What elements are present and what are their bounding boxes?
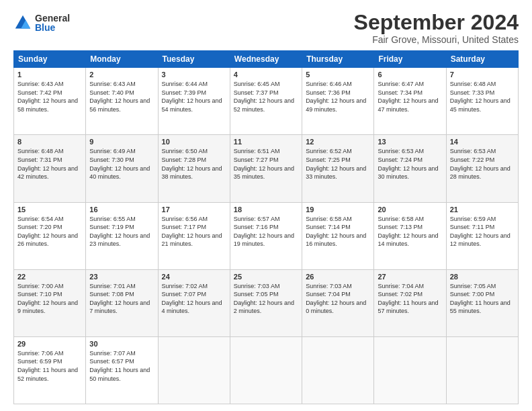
- day-info: Sunrise: 7:02 AMSunset: 7:07 PMDaylight:…: [162, 282, 226, 316]
- day-number: 23: [89, 273, 154, 281]
- day-info: Sunrise: 6:51 AMSunset: 7:27 PMDaylight:…: [234, 147, 298, 181]
- header-row: SundayMondayTuesdayWednesdayThursdayFrid…: [14, 51, 519, 68]
- day-number: 11: [234, 138, 298, 146]
- day-cell: 8 Sunrise: 6:48 AMSunset: 7:31 PMDayligh…: [14, 135, 86, 202]
- day-number: 17: [162, 205, 226, 214]
- day-cell: 25 Sunrise: 7:03 AMSunset: 7:05 PMDaylig…: [230, 269, 302, 336]
- day-info: Sunrise: 6:46 AMSunset: 7:36 PMDaylight:…: [306, 80, 370, 113]
- logo-blue: Blue: [35, 23, 70, 32]
- day-number: 27: [378, 273, 442, 281]
- header: General Blue September 2024 Fair Grove, …: [13, 11, 519, 45]
- day-info: Sunrise: 6:55 AMSunset: 7:19 PMDaylight:…: [89, 215, 154, 248]
- day-info: Sunrise: 6:58 AMSunset: 7:14 PMDaylight:…: [306, 215, 370, 248]
- day-cell: 5 Sunrise: 6:46 AMSunset: 7:36 PMDayligh…: [302, 68, 374, 135]
- day-cell: 13 Sunrise: 6:53 AMSunset: 7:24 PMDaylig…: [374, 135, 446, 202]
- week-row-3: 15 Sunrise: 6:54 AMSunset: 7:20 PMDaylig…: [14, 202, 519, 269]
- day-number: 5: [306, 71, 370, 79]
- day-info: Sunrise: 6:44 AMSunset: 7:39 PMDaylight:…: [162, 80, 226, 113]
- col-header-sunday: Sunday: [14, 51, 86, 68]
- logo-text: General Blue: [35, 13, 70, 32]
- col-header-saturday: Saturday: [446, 51, 518, 68]
- day-info: Sunrise: 6:57 AMSunset: 7:16 PMDaylight:…: [234, 215, 298, 248]
- day-cell: 26 Sunrise: 7:03 AMSunset: 7:04 PMDaylig…: [302, 269, 374, 336]
- day-info: Sunrise: 7:00 AMSunset: 7:10 PMDaylight:…: [17, 282, 82, 316]
- day-info: Sunrise: 6:53 AMSunset: 7:22 PMDaylight:…: [450, 147, 515, 181]
- location: Fair Grove, Missouri, United States: [354, 34, 519, 45]
- day-cell: 27 Sunrise: 7:04 AMSunset: 7:02 PMDaylig…: [374, 269, 446, 336]
- week-row-1: 1 Sunrise: 6:43 AMSunset: 7:42 PMDayligh…: [14, 68, 519, 135]
- day-info: Sunrise: 7:04 AMSunset: 7:02 PMDaylight:…: [378, 282, 442, 316]
- logo-icon: [13, 13, 32, 32]
- day-cell: 28 Sunrise: 7:05 AMSunset: 7:00 PMDaylig…: [446, 269, 518, 336]
- day-number: 18: [234, 205, 298, 214]
- day-cell: 20 Sunrise: 6:58 AMSunset: 7:13 PMDaylig…: [374, 202, 446, 269]
- day-cell: [158, 336, 230, 404]
- day-number: 14: [450, 138, 515, 146]
- day-info: Sunrise: 6:52 AMSunset: 7:25 PMDaylight:…: [306, 147, 370, 181]
- day-cell: 18 Sunrise: 6:57 AMSunset: 7:16 PMDaylig…: [230, 202, 302, 269]
- day-info: Sunrise: 6:43 AMSunset: 7:40 PMDaylight:…: [89, 80, 154, 113]
- day-info: Sunrise: 6:45 AMSunset: 7:37 PMDaylight:…: [234, 80, 298, 113]
- day-cell: 24 Sunrise: 7:02 AMSunset: 7:07 PMDaylig…: [158, 269, 230, 336]
- day-cell: [230, 336, 302, 404]
- day-number: 3: [162, 71, 226, 79]
- col-header-tuesday: Tuesday: [158, 51, 230, 68]
- day-number: 19: [306, 205, 370, 214]
- col-header-wednesday: Wednesday: [230, 51, 302, 68]
- col-header-thursday: Thursday: [302, 51, 374, 68]
- title-block: September 2024 Fair Grove, Missouri, Uni…: [354, 11, 519, 45]
- month-title: September 2024: [354, 11, 519, 34]
- day-cell: 7 Sunrise: 6:48 AMSunset: 7:33 PMDayligh…: [446, 68, 518, 135]
- logo: General Blue: [13, 13, 70, 32]
- calendar-page: General Blue September 2024 Fair Grove, …: [0, 0, 532, 411]
- day-number: 25: [234, 273, 298, 281]
- day-number: 20: [378, 205, 442, 214]
- day-info: Sunrise: 6:56 AMSunset: 7:17 PMDaylight:…: [162, 215, 226, 248]
- day-cell: 14 Sunrise: 6:53 AMSunset: 7:22 PMDaylig…: [446, 135, 518, 202]
- day-number: 6: [378, 71, 442, 79]
- day-number: 28: [450, 273, 515, 281]
- day-number: 2: [89, 71, 154, 79]
- day-info: Sunrise: 6:48 AMSunset: 7:33 PMDaylight:…: [450, 80, 515, 113]
- day-cell: 15 Sunrise: 6:54 AMSunset: 7:20 PMDaylig…: [14, 202, 86, 269]
- day-cell: 3 Sunrise: 6:44 AMSunset: 7:39 PMDayligh…: [158, 68, 230, 135]
- day-number: 13: [378, 138, 442, 146]
- day-number: 15: [17, 205, 82, 214]
- day-info: Sunrise: 6:53 AMSunset: 7:24 PMDaylight:…: [378, 147, 442, 181]
- day-number: 21: [450, 205, 515, 214]
- day-info: Sunrise: 7:03 AMSunset: 7:04 PMDaylight:…: [306, 282, 370, 316]
- col-header-monday: Monday: [86, 51, 158, 68]
- day-number: 29: [17, 340, 82, 348]
- day-info: Sunrise: 7:05 AMSunset: 7:00 PMDaylight:…: [450, 282, 515, 316]
- day-number: 26: [306, 273, 370, 281]
- day-number: 24: [162, 273, 226, 281]
- day-cell: 11 Sunrise: 6:51 AMSunset: 7:27 PMDaylig…: [230, 135, 302, 202]
- day-cell: 30 Sunrise: 7:07 AMSunset: 6:57 PMDaylig…: [86, 336, 158, 404]
- day-number: 1: [17, 71, 82, 79]
- day-info: Sunrise: 7:06 AMSunset: 6:59 PMDaylight:…: [17, 349, 82, 383]
- calendar-table: SundayMondayTuesdayWednesdayThursdayFrid…: [13, 50, 519, 404]
- day-cell: 17 Sunrise: 6:56 AMSunset: 7:17 PMDaylig…: [158, 202, 230, 269]
- day-info: Sunrise: 6:59 AMSunset: 7:11 PMDaylight:…: [450, 215, 515, 248]
- day-number: 7: [450, 71, 515, 79]
- day-cell: 6 Sunrise: 6:47 AMSunset: 7:34 PMDayligh…: [374, 68, 446, 135]
- week-row-5: 29 Sunrise: 7:06 AMSunset: 6:59 PMDaylig…: [14, 336, 519, 404]
- day-number: 4: [234, 71, 298, 79]
- day-number: 8: [17, 138, 82, 146]
- day-cell: 9 Sunrise: 6:49 AMSunset: 7:30 PMDayligh…: [86, 135, 158, 202]
- day-cell: [374, 336, 446, 404]
- day-number: 10: [162, 138, 226, 146]
- week-row-2: 8 Sunrise: 6:48 AMSunset: 7:31 PMDayligh…: [14, 135, 519, 202]
- day-cell: 29 Sunrise: 7:06 AMSunset: 6:59 PMDaylig…: [14, 336, 86, 404]
- day-cell: 16 Sunrise: 6:55 AMSunset: 7:19 PMDaylig…: [86, 202, 158, 269]
- day-cell: 12 Sunrise: 6:52 AMSunset: 7:25 PMDaylig…: [302, 135, 374, 202]
- day-info: Sunrise: 6:54 AMSunset: 7:20 PMDaylight:…: [17, 215, 82, 248]
- logo-general: General: [35, 13, 70, 23]
- day-info: Sunrise: 6:49 AMSunset: 7:30 PMDaylight:…: [89, 147, 154, 181]
- day-cell: [302, 336, 374, 404]
- day-cell: [446, 336, 518, 404]
- day-info: Sunrise: 7:01 AMSunset: 7:08 PMDaylight:…: [89, 282, 154, 316]
- day-number: 9: [89, 138, 154, 146]
- day-info: Sunrise: 7:03 AMSunset: 7:05 PMDaylight:…: [234, 282, 298, 316]
- day-info: Sunrise: 6:58 AMSunset: 7:13 PMDaylight:…: [378, 215, 442, 248]
